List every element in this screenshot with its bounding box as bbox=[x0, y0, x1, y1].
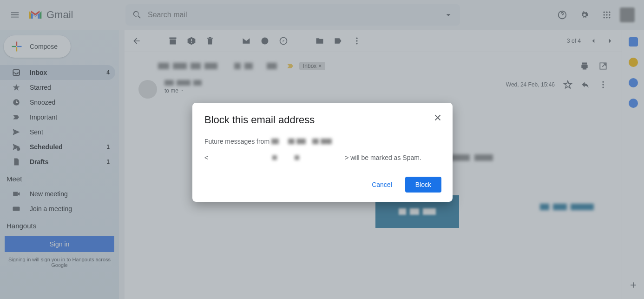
cancel-button[interactable]: Cancel bbox=[362, 177, 401, 193]
block-email-dialog: Block this email address Future messages… bbox=[192, 103, 453, 202]
close-icon bbox=[433, 113, 443, 123]
dialog-close-button[interactable] bbox=[431, 111, 444, 124]
dialog-title: Block this email address bbox=[204, 114, 441, 126]
block-button[interactable]: Block bbox=[405, 177, 441, 193]
dialog-body: Future messages from < > will be marked … bbox=[204, 135, 441, 164]
dialog-actions: Cancel Block bbox=[204, 177, 441, 193]
